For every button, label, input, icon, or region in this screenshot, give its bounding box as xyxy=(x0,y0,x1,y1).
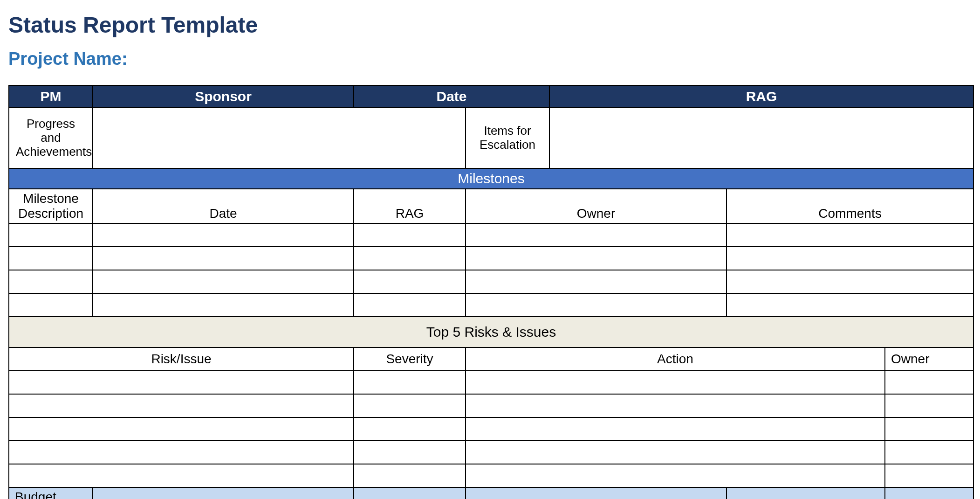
risk-row xyxy=(9,464,973,487)
milestone-comments[interactable] xyxy=(726,223,973,247)
risk-row xyxy=(9,394,973,417)
milestone-date[interactable] xyxy=(93,270,354,293)
header-sponsor: Sponsor xyxy=(93,85,354,108)
risk-owner[interactable] xyxy=(885,464,973,487)
milestones-hdr-desc: Milestone Description xyxy=(9,189,93,223)
milestone-desc[interactable] xyxy=(9,270,93,293)
risks-hdr-risk: Risk/Issue xyxy=(9,347,354,371)
milestones-header-row: Milestone Description Date RAG Owner Com… xyxy=(9,189,973,223)
progress-escalation-row: Progress and Achievements Items for Esca… xyxy=(9,108,973,168)
milestones-hdr-owner: Owner xyxy=(466,189,726,223)
risk-severity[interactable] xyxy=(354,441,466,464)
risk-issue[interactable] xyxy=(9,394,354,417)
budget-pct-value[interactable] xyxy=(466,487,726,499)
risk-severity[interactable] xyxy=(354,464,466,487)
milestone-rag[interactable] xyxy=(354,293,466,317)
risk-action[interactable] xyxy=(466,394,885,417)
risk-action[interactable] xyxy=(466,441,885,464)
milestone-desc[interactable] xyxy=(9,247,93,270)
milestone-comments[interactable] xyxy=(726,270,973,293)
risks-hdr-owner: Owner xyxy=(885,347,973,371)
risk-row xyxy=(9,371,973,394)
risk-owner[interactable] xyxy=(885,417,973,441)
milestone-owner[interactable] xyxy=(466,247,726,270)
milestone-desc[interactable] xyxy=(9,293,93,317)
risk-issue[interactable] xyxy=(9,441,354,464)
risks-banner: Top 5 Risks & Issues xyxy=(9,317,973,347)
milestone-owner[interactable] xyxy=(466,293,726,317)
milestones-banner: Milestones xyxy=(9,168,973,189)
milestone-date[interactable] xyxy=(93,223,354,247)
escalation-label: Items for Escalation xyxy=(466,108,549,168)
milestones-hdr-date: Date xyxy=(93,189,354,223)
milestone-owner[interactable] xyxy=(466,270,726,293)
milestone-comments[interactable] xyxy=(726,293,973,317)
milestone-rag[interactable] xyxy=(354,270,466,293)
risk-owner[interactable] xyxy=(885,441,973,464)
milestone-row xyxy=(9,247,973,270)
risks-header-row: Risk/Issue Severity Action Owner xyxy=(9,347,973,371)
milestone-row xyxy=(9,270,973,293)
milestone-row xyxy=(9,293,973,317)
header-rag: RAG xyxy=(549,85,973,108)
milestones-hdr-comments: Comments xyxy=(726,189,973,223)
risk-action[interactable] xyxy=(466,464,885,487)
budget-pct-label: % Spent xyxy=(354,487,466,499)
header-pm: PM xyxy=(9,85,93,108)
risk-row xyxy=(9,441,973,464)
milestone-date[interactable] xyxy=(93,293,354,317)
risks-hdr-severity: Severity xyxy=(354,347,466,371)
milestone-desc[interactable] xyxy=(9,223,93,247)
milestones-hdr-rag: RAG xyxy=(354,189,466,223)
budget-rag-label: RAG xyxy=(726,487,885,499)
budget-spent-value[interactable] xyxy=(93,487,354,499)
budget-rag-value[interactable] xyxy=(885,487,973,499)
budget-spent-label: Budget Spent xyxy=(9,487,93,499)
risk-severity[interactable] xyxy=(354,417,466,441)
progress-label: Progress and Achievements xyxy=(9,108,93,168)
header-date: Date xyxy=(354,85,549,108)
header-row: PM Sponsor Date RAG xyxy=(9,85,973,108)
project-name-label: Project Name: xyxy=(8,49,972,69)
risk-issue[interactable] xyxy=(9,464,354,487)
milestone-owner[interactable] xyxy=(466,223,726,247)
milestone-row xyxy=(9,223,973,247)
risk-severity[interactable] xyxy=(354,394,466,417)
milestone-rag[interactable] xyxy=(354,223,466,247)
status-report-table: PM Sponsor Date RAG Progress and Achieve… xyxy=(8,85,974,499)
risk-action[interactable] xyxy=(466,417,885,441)
milestone-comments[interactable] xyxy=(726,247,973,270)
risk-severity[interactable] xyxy=(354,371,466,394)
risk-owner[interactable] xyxy=(885,394,973,417)
risk-issue[interactable] xyxy=(9,371,354,394)
milestone-rag[interactable] xyxy=(354,247,466,270)
milestones-banner-row: Milestones xyxy=(9,168,973,189)
risk-owner[interactable] xyxy=(885,371,973,394)
risk-action[interactable] xyxy=(466,371,885,394)
page-title: Status Report Template xyxy=(8,12,972,38)
progress-value[interactable] xyxy=(93,108,466,168)
risk-row xyxy=(9,417,973,441)
escalation-value[interactable] xyxy=(549,108,973,168)
risk-issue[interactable] xyxy=(9,417,354,441)
budget-row: Budget Spent % Spent RAG xyxy=(9,487,973,499)
milestone-date[interactable] xyxy=(93,247,354,270)
risks-hdr-action: Action xyxy=(466,347,885,371)
risks-banner-row: Top 5 Risks & Issues xyxy=(9,317,973,347)
